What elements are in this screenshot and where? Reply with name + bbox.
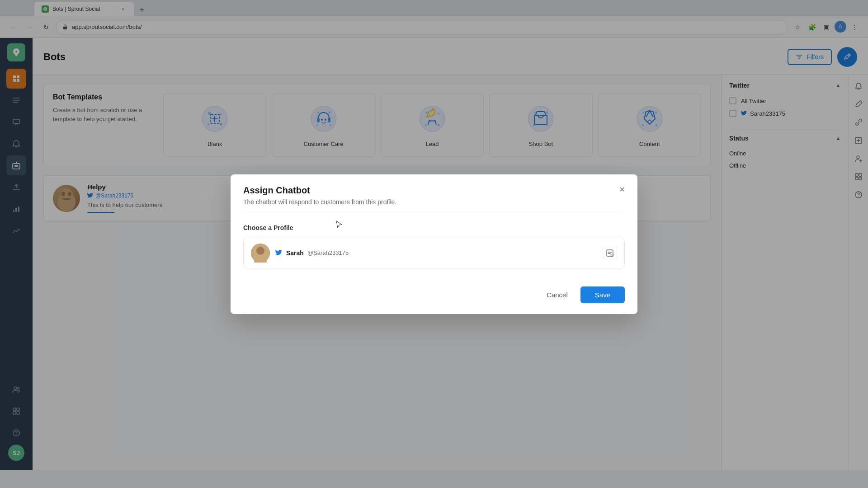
modal-title: Assign Chatbot bbox=[243, 185, 625, 196]
modal-overlay[interactable]: Assign Chatbot The chatbot will respond … bbox=[0, 0, 868, 488]
modal-body: Choose a Profile Sarah bbox=[231, 213, 637, 279]
choose-profile-title: Choose a Profile bbox=[243, 224, 625, 231]
modal-header: Assign Chatbot The chatbot will respond … bbox=[231, 174, 637, 213]
modal-subtitle: The chatbot will respond to customers fr… bbox=[243, 198, 625, 206]
assign-chatbot-modal: Assign Chatbot The chatbot will respond … bbox=[231, 174, 637, 314]
svg-point-65 bbox=[256, 247, 264, 255]
profile-info: Sarah @Sarah233175 bbox=[275, 249, 597, 257]
profile-handle: @Sarah233175 bbox=[307, 249, 349, 256]
modal-footer: Cancel Save bbox=[231, 279, 637, 314]
cancel-button[interactable]: Cancel bbox=[539, 287, 575, 302]
profile-twitter-icon bbox=[275, 249, 283, 257]
profile-icon-button[interactable] bbox=[603, 246, 617, 260]
modal-wrapper: Assign Chatbot The chatbot will respond … bbox=[231, 174, 637, 314]
profile-row[interactable]: Sarah @Sarah233175 bbox=[243, 238, 625, 268]
profile-name: Sarah bbox=[286, 249, 304, 257]
profile-avatar bbox=[251, 244, 270, 263]
profile-action-icon bbox=[606, 249, 614, 257]
modal-close-button[interactable]: × bbox=[616, 183, 628, 196]
save-button[interactable]: Save bbox=[580, 286, 625, 303]
